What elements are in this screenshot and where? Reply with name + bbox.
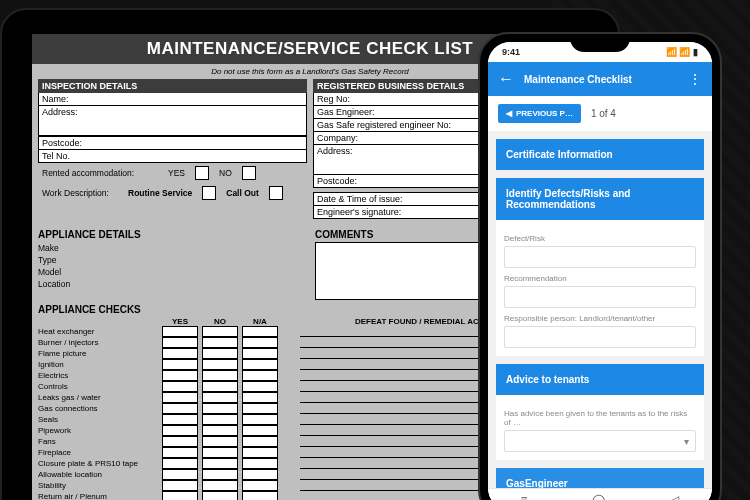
check-cell[interactable]: [162, 359, 198, 370]
check-cell[interactable]: [162, 381, 198, 392]
check-cell[interactable]: [202, 359, 238, 370]
check-cell[interactable]: [162, 425, 198, 436]
advice-label: Has advice been given to the tenants as …: [504, 409, 696, 427]
check-cell[interactable]: [242, 469, 278, 480]
check-cell[interactable]: [162, 436, 198, 447]
check-cell[interactable]: [162, 414, 198, 425]
check-cell[interactable]: [162, 370, 198, 381]
status-icons: 📶 📶 ▮: [666, 47, 698, 57]
check-cell[interactable]: [242, 370, 278, 381]
rented-yes-checkbox[interactable]: [195, 166, 209, 180]
responsible-label: Responsible person: Landlord/tenant/othe…: [504, 314, 696, 323]
check-cell[interactable]: [202, 370, 238, 381]
bpostcode-label: Postcode:: [314, 175, 360, 187]
nav-back-icon[interactable]: ◁: [670, 493, 679, 501]
engineer-label: Gas Engineer:: [314, 106, 378, 118]
check-cell[interactable]: [202, 403, 238, 414]
work-label: Work Description:: [42, 188, 122, 198]
check-cell[interactable]: [162, 392, 198, 403]
sig-label: Engineer's signature:: [314, 206, 404, 218]
check-label: Seals: [38, 414, 158, 425]
check-cell[interactable]: [202, 392, 238, 403]
check-cell[interactable]: [162, 458, 198, 469]
check-cell[interactable]: [242, 337, 278, 348]
baddress-label: Address:: [314, 145, 356, 157]
defect-input[interactable]: [504, 246, 696, 268]
reg-label: Reg No:: [314, 93, 353, 105]
previous-button[interactable]: ◀ PREVIOUS P…: [498, 104, 581, 123]
check-label: Gas connections: [38, 403, 158, 414]
section-certificate[interactable]: Certificate Information: [496, 139, 704, 170]
tel-label: Tel No.: [39, 150, 73, 162]
recommend-label: Recommendation: [504, 274, 696, 283]
check-cell[interactable]: [162, 403, 198, 414]
check-cell[interactable]: [202, 425, 238, 436]
rented-no-checkbox[interactable]: [242, 166, 256, 180]
check-cell[interactable]: [242, 447, 278, 458]
check-cell[interactable]: [162, 480, 198, 491]
check-cell[interactable]: [242, 436, 278, 447]
check-cell[interactable]: [202, 326, 238, 337]
check-cell[interactable]: [202, 469, 238, 480]
check-cell[interactable]: [202, 348, 238, 359]
check-label: Burner / injectors: [38, 337, 158, 348]
responsible-input[interactable]: [504, 326, 696, 348]
check-cell[interactable]: [242, 359, 278, 370]
check-cell[interactable]: [202, 447, 238, 458]
phone-notch: [570, 34, 630, 52]
check-cell[interactable]: [242, 381, 278, 392]
nav-home-icon[interactable]: ◯: [592, 493, 605, 501]
android-navbar: ≡ ◯ ◁: [488, 488, 712, 500]
routine-checkbox[interactable]: [202, 186, 216, 200]
check-cell[interactable]: [162, 337, 198, 348]
check-cell[interactable]: [202, 337, 238, 348]
check-cell[interactable]: [242, 425, 278, 436]
app-bar: ← Maintenance Checklist ⋮: [488, 62, 712, 96]
checks-header: N/A: [242, 317, 278, 326]
check-label: Pipework: [38, 425, 158, 436]
callout-checkbox[interactable]: [269, 186, 283, 200]
check-cell[interactable]: [242, 414, 278, 425]
section-advice[interactable]: Advice to tenants: [496, 364, 704, 395]
check-cell[interactable]: [242, 326, 278, 337]
rented-label: Rented accommodation:: [42, 168, 162, 178]
check-cell[interactable]: [242, 403, 278, 414]
checks-heading: APPLIANCE CHECKS: [38, 304, 141, 315]
appliance-row: Model: [38, 266, 305, 278]
recommend-input[interactable]: [504, 286, 696, 308]
menu-icon[interactable]: ⋮: [688, 71, 702, 87]
check-cell[interactable]: [242, 392, 278, 403]
pager-bar: ◀ PREVIOUS P… 1 of 4: [488, 96, 712, 131]
back-icon[interactable]: ←: [498, 70, 514, 88]
check-cell[interactable]: [242, 491, 278, 500]
nav-recent-icon[interactable]: ≡: [520, 493, 527, 501]
check-cell[interactable]: [202, 414, 238, 425]
check-label: Fans: [38, 436, 158, 447]
check-label: Allowable location: [38, 469, 158, 480]
callout-label: Call Out: [226, 188, 259, 198]
check-cell[interactable]: [242, 458, 278, 469]
check-cell[interactable]: [162, 348, 198, 359]
check-cell[interactable]: [202, 458, 238, 469]
check-cell[interactable]: [202, 381, 238, 392]
routine-label: Routine Service: [128, 188, 192, 198]
check-cell[interactable]: [162, 326, 198, 337]
check-cell[interactable]: [202, 480, 238, 491]
no-label: NO: [219, 168, 232, 178]
check-cell[interactable]: [162, 447, 198, 458]
check-cell[interactable]: [242, 348, 278, 359]
section-defects[interactable]: Identify Defects/Risks and Recommendatio…: [496, 178, 704, 220]
address-label: Address:: [39, 106, 81, 118]
advice-select[interactable]: ▾: [504, 430, 696, 452]
phone-screen: 9:41 📶 📶 ▮ ← Maintenance Checklist ⋮ ◀ P…: [488, 42, 712, 500]
checks-header: [38, 317, 158, 326]
date-label: Date & Time of issue:: [314, 193, 406, 205]
check-label: Heat exchanger: [38, 326, 158, 337]
check-cell[interactable]: [242, 480, 278, 491]
check-cell[interactable]: [162, 469, 198, 480]
title-text: MAINTENANCE/SERVICE CHECK LIST: [147, 39, 473, 58]
appliance-row: Location: [38, 278, 305, 290]
check-cell[interactable]: [202, 491, 238, 500]
check-cell[interactable]: [202, 436, 238, 447]
check-cell[interactable]: [162, 491, 198, 500]
